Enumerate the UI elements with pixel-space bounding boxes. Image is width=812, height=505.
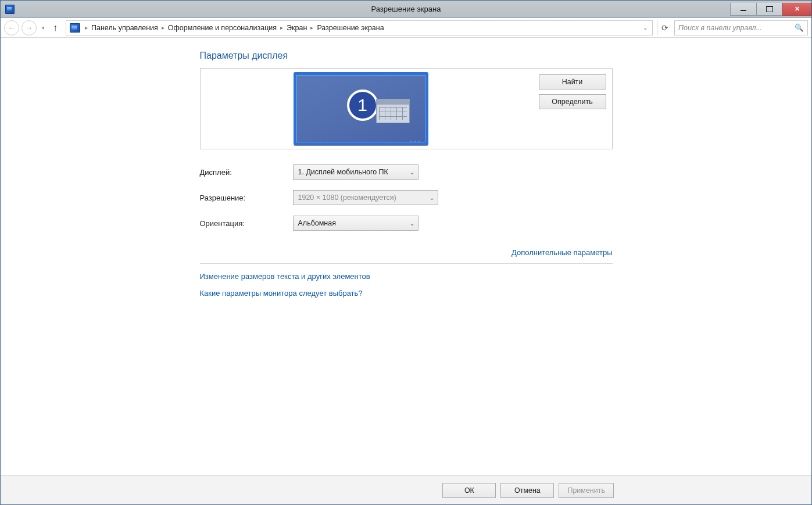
monitor-grid-icon [376, 99, 410, 123]
monitor-number-badge: 1 [347, 89, 378, 121]
help-link[interactable]: Какие параметры монитора следует выбрать… [200, 289, 613, 298]
close-button[interactable] [782, 3, 811, 16]
location-icon [70, 23, 80, 33]
app-icon [5, 5, 15, 14]
chevron-right-icon: ▸ [278, 24, 285, 31]
orientation-label: Ориентация: [200, 219, 293, 228]
history-dropdown[interactable]: ▾ [39, 20, 47, 35]
resolution-row: Разрешение: 1920 × 1080 (рекомендуется) … [200, 190, 613, 205]
cancel-button[interactable]: Отмена [500, 483, 554, 498]
chevron-down-icon[interactable]: ⌄ [639, 24, 651, 31]
display-select[interactable]: 1. Дисплей мобильного ПК ⌄ [293, 164, 418, 180]
chevron-right-icon: ▸ [308, 24, 316, 31]
find-button[interactable]: Найти [539, 74, 606, 89]
orientation-value: Альбомная [298, 219, 336, 227]
orientation-row: Ориентация: Альбомная ⌄ [200, 216, 613, 231]
advanced-settings-link[interactable]: Дополнительные параметры [511, 248, 613, 257]
navbar: ← → ▾ ↑ ▸ Панель управления ▸ Оформление… [1, 18, 811, 38]
window-title: Разрешение экрана [1, 5, 811, 13]
breadcrumb-item[interactable]: Оформление и персонализация [167, 23, 278, 33]
content-area: Параметры дисплея 1 Найти Определить Дис… [1, 38, 811, 475]
separator [200, 263, 613, 264]
maximize-button[interactable] [756, 3, 783, 16]
display-row: Дисплей: 1. Дисплей мобильного ПК ⌄ [200, 164, 613, 180]
refresh-button[interactable]: ⟳ [657, 20, 672, 35]
chevron-right-icon: ▸ [159, 24, 167, 31]
window: Разрешение экрана ← → ▾ ↑ ▸ Панель управ… [0, 0, 812, 505]
resolution-label: Разрешение: [200, 194, 293, 202]
identify-button[interactable]: Определить [539, 94, 606, 109]
minimize-button[interactable] [730, 3, 757, 16]
ok-button[interactable]: ОК [442, 483, 496, 498]
display-preview-box: 1 Найти Определить [200, 68, 613, 149]
display-label: Дисплей: [200, 168, 293, 177]
search-placeholder: Поиск в панели управл... [678, 24, 762, 32]
display-action-buttons: Найти Определить [539, 74, 606, 109]
forward-button[interactable]: → [22, 20, 37, 35]
dialog-footer: ОК Отмена Применить [1, 475, 811, 504]
chevron-down-icon: ⌄ [410, 220, 414, 227]
back-button[interactable]: ← [4, 20, 19, 35]
search-icon: 🔍 [795, 23, 804, 32]
chevron-right-icon: ▸ [83, 24, 90, 31]
breadcrumb-item[interactable]: Разрешение экрана [316, 23, 385, 33]
resolution-value: 1920 × 1080 (рекомендуется) [298, 194, 396, 202]
page-heading: Параметры дисплея [200, 51, 613, 61]
help-links: Изменение размеров текста и других элеме… [200, 272, 613, 298]
chevron-down-icon: ⌄ [410, 169, 414, 176]
window-controls [731, 3, 811, 16]
monitor-preview[interactable]: 1 [294, 72, 428, 145]
orientation-select[interactable]: Альбомная ⌄ [293, 216, 418, 231]
breadcrumb-item[interactable]: Панель управления [90, 23, 159, 33]
titlebar: Разрешение экрана [1, 1, 811, 18]
breadcrumb[interactable]: ▸ Панель управления ▸ Оформление и персо… [66, 20, 653, 35]
chevron-down-icon: ⌄ [430, 195, 434, 201]
breadcrumb-item[interactable]: Экран [285, 23, 308, 33]
settings-panel: Параметры дисплея 1 Найти Определить Дис… [200, 51, 613, 475]
display-value: 1. Дисплей мобильного ПК [298, 168, 388, 176]
search-input[interactable]: Поиск в панели управл... 🔍 [674, 20, 808, 35]
advanced-link-row: Дополнительные параметры [200, 247, 613, 257]
resolution-select[interactable]: 1920 × 1080 (рекомендуется) ⌄ [293, 190, 438, 205]
up-button[interactable]: ↑ [49, 22, 61, 34]
text-size-link[interactable]: Изменение размеров текста и других элеме… [200, 272, 613, 281]
apply-button: Применить [559, 483, 614, 498]
